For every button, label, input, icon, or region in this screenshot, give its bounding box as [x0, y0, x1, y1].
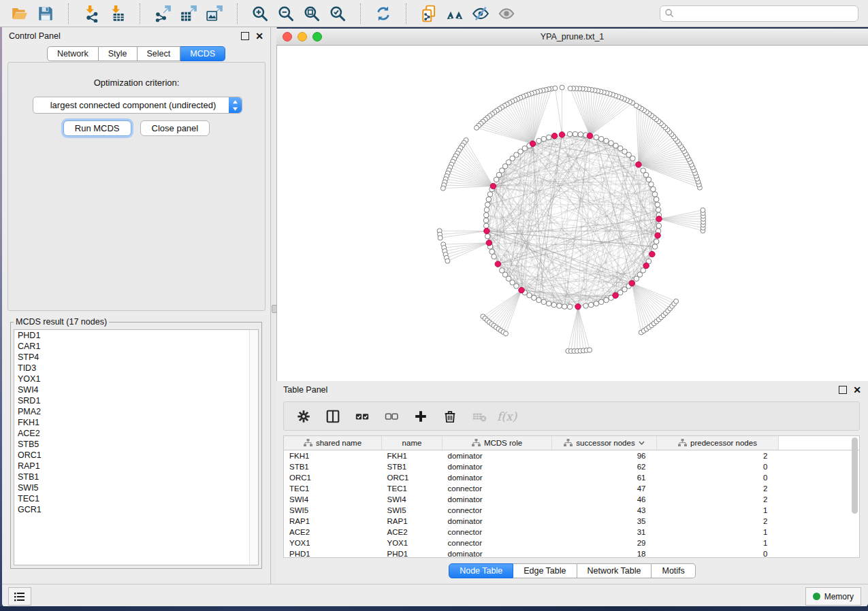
export-table-button[interactable] [176, 3, 202, 24]
graph-node[interactable] [536, 138, 542, 144]
export-image-button[interactable] [202, 3, 227, 24]
import-table-button[interactable] [104, 3, 130, 24]
graph-node[interactable] [613, 143, 619, 148]
graph-node[interactable] [651, 186, 656, 192]
graph-node[interactable] [656, 208, 661, 213]
table-cell[interactable]: RAP1 [284, 516, 382, 527]
close-table-panel-icon[interactable]: ✕ [853, 386, 861, 393]
graph-node[interactable] [598, 136, 604, 142]
graph-node[interactable] [487, 192, 493, 197]
table-cell[interactable]: FKH1 [284, 450, 382, 462]
graph-node[interactable] [583, 303, 589, 309]
table-cell[interactable]: TEC1 [284, 483, 382, 494]
table-cell[interactable]: 2 [657, 450, 779, 462]
graph-mcds-node[interactable] [575, 304, 581, 310]
graph-leaf-node[interactable] [560, 85, 564, 90]
unselect-all-columns-button[interactable] [380, 405, 403, 428]
graph-mcds-node[interactable] [649, 251, 655, 257]
graph-leaf-node[interactable] [553, 86, 558, 90]
graph-node[interactable] [604, 138, 609, 144]
table-cell[interactable]: SWI4 [284, 494, 382, 505]
table-cell[interactable]: 0 [657, 472, 779, 483]
table-row[interactable]: ORC1ORC1dominator610 [284, 472, 860, 483]
delete-table-button[interactable] [468, 405, 491, 428]
graph-mcds-node[interactable] [656, 216, 662, 222]
table-cell[interactable]: dominator [443, 516, 552, 527]
graph-leaf-node[interactable] [440, 186, 445, 191]
table-cell[interactable]: 0 [657, 548, 779, 558]
table-cell[interactable]: ORC1 [284, 472, 382, 483]
graph-node[interactable] [609, 141, 614, 146]
graph-node[interactable] [646, 177, 652, 182]
open-session-button[interactable] [7, 3, 33, 24]
graph-node[interactable] [541, 136, 547, 142]
mcds-result-item[interactable]: RAP1 [14, 461, 258, 472]
graph-leaf-node[interactable] [438, 235, 443, 240]
function-builder-button[interactable]: f(x) [497, 410, 517, 423]
graph-mcds-node[interactable] [530, 141, 535, 146]
table-scrollbar-thumb[interactable] [852, 437, 858, 514]
graph-node[interactable] [483, 223, 489, 229]
graph-node[interactable] [562, 304, 568, 310]
graph-node[interactable] [483, 218, 489, 223]
table-cell[interactable]: SWI4 [382, 494, 443, 505]
table-cell[interactable]: 96 [552, 450, 657, 462]
mcds-result-item[interactable]: GCR1 [14, 504, 258, 515]
table-cell[interactable]: 1 [657, 527, 779, 538]
mcds-result-item[interactable]: PHD1 [14, 330, 258, 341]
graph-node[interactable] [654, 197, 659, 202]
close-panel-button[interactable]: Close panel [140, 120, 210, 136]
graph-leaf-node[interactable] [674, 299, 679, 303]
graph-node[interactable] [489, 249, 495, 254]
table-cell[interactable]: 2 [657, 494, 779, 505]
table-cell[interactable]: STB1 [382, 461, 443, 472]
graph-node[interactable] [541, 299, 547, 305]
graph-node[interactable] [649, 182, 654, 187]
graph-node[interactable] [484, 208, 489, 213]
mcds-result-item[interactable]: STB1 [14, 472, 258, 482]
table-cell[interactable]: 62 [552, 461, 657, 472]
graph-node[interactable] [567, 131, 573, 137]
toggle-style-button[interactable] [468, 3, 494, 24]
close-panel-icon[interactable]: ✕ [255, 33, 263, 39]
table-row[interactable]: STB1STB1dominator620 [284, 461, 860, 472]
criterion-dropdown[interactable]: largest connected component (undirected) [33, 97, 242, 114]
table-cell[interactable]: YOX1 [382, 538, 443, 548]
table-row[interactable]: FKH1FKH1dominator962 [284, 450, 860, 462]
import-network-button[interactable] [78, 3, 104, 24]
table-cell[interactable]: SWI5 [382, 505, 443, 516]
graph-mcds-node[interactable] [551, 133, 557, 139]
zoom-fit-button[interactable] [299, 3, 325, 24]
table-cell[interactable]: 1 [657, 538, 779, 548]
graph-node[interactable] [496, 172, 502, 178]
mcds-result-item[interactable]: YOX1 [14, 374, 258, 384]
table-cell[interactable]: 35 [552, 516, 657, 527]
graph-node[interactable] [654, 239, 659, 244]
graph-node[interactable] [652, 244, 658, 250]
graph-node[interactable] [546, 135, 551, 140]
memory-button[interactable]: Memory [805, 587, 861, 606]
mcds-result-item[interactable]: ACE2 [14, 428, 258, 439]
column-header-predecessor-nodes[interactable]: predecessor nodes [657, 436, 779, 450]
mcds-result-item[interactable]: SWI4 [14, 384, 258, 395]
toggle-bird-view-button[interactable] [494, 3, 519, 24]
table-cell[interactable]: PHD1 [382, 548, 443, 558]
export-network-button[interactable] [150, 3, 176, 24]
graph-mcds-node[interactable] [636, 162, 641, 167]
table-cell[interactable]: 46 [552, 494, 657, 505]
mcds-result-item[interactable]: PMA2 [14, 406, 258, 417]
graph-node[interactable] [641, 168, 646, 174]
table-cell[interactable]: ACE2 [284, 527, 382, 538]
mcds-result-item[interactable]: ORC1 [14, 450, 258, 461]
table-cell[interactable]: ACE2 [382, 527, 443, 538]
graph-node[interactable] [604, 297, 609, 303]
table-cell[interactable]: ORC1 [382, 472, 443, 483]
graph-node[interactable] [532, 295, 537, 301]
graph-node[interactable] [594, 135, 599, 140]
graph-mcds-node[interactable] [519, 287, 524, 293]
tab-style[interactable]: Style [99, 46, 138, 61]
graph-mcds-node[interactable] [486, 240, 492, 246]
table-cell[interactable]: RAP1 [382, 516, 443, 527]
graph-leaf-node[interactable] [588, 348, 592, 352]
graph-node[interactable] [551, 302, 557, 308]
